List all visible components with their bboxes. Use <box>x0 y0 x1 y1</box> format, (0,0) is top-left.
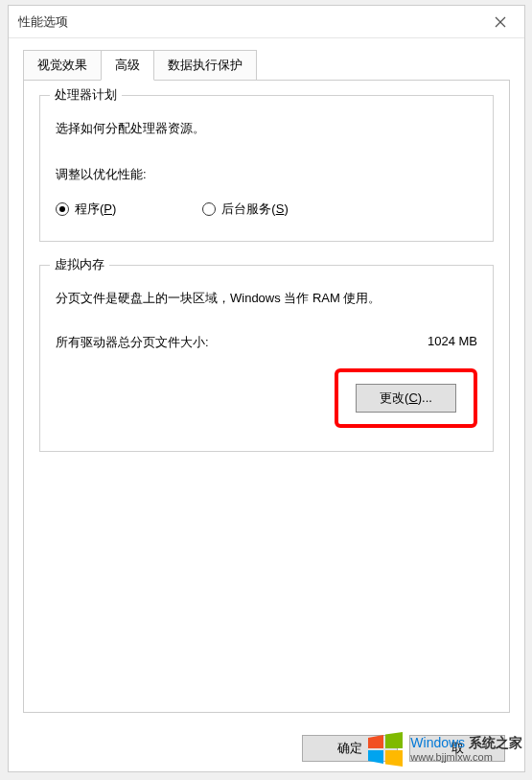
tab-bar: 视觉效果 高级 数据执行保护 <box>9 38 524 81</box>
windows-logo-icon <box>366 730 405 768</box>
performance-options-dialog: 性能选项 视觉效果 高级 数据执行保护 处理器计划 选择如何分配处理器资源。 调… <box>8 5 525 772</box>
processor-legend: 处理器计划 <box>50 86 122 104</box>
vm-total-label: 所有驱动器总分页文件大小: <box>56 334 209 351</box>
vm-total-value: 1024 MB <box>428 334 477 351</box>
tab-dep[interactable]: 数据执行保护 <box>153 50 257 81</box>
radio-background[interactable]: 后台服务(S) <box>202 201 288 218</box>
vm-total-row: 所有驱动器总分页文件大小: 1024 MB <box>56 334 477 351</box>
watermark-url: www.bjjmlxw.com <box>410 751 522 764</box>
svg-marker-3 <box>385 732 403 748</box>
tab-content-advanced: 处理器计划 选择如何分配处理器资源。 调整以优化性能: 程序(P) 后台服务(S… <box>23 80 510 713</box>
processor-desc: 选择如何分配处理器资源。 <box>56 120 477 137</box>
tab-label: 视觉效果 <box>37 58 87 72</box>
radio-icon <box>202 202 216 216</box>
svg-marker-4 <box>368 750 383 764</box>
vm-legend: 虚拟内存 <box>50 256 109 273</box>
watermark: Windows 系统之家 www.bjjmlxw.com <box>366 730 522 768</box>
radio-icon <box>56 202 69 216</box>
tab-label: 数据执行保护 <box>168 58 243 72</box>
radio-programs[interactable]: 程序(P) <box>56 201 116 218</box>
watermark-text: Windows 系统之家 www.bjjmlxw.com <box>410 735 522 764</box>
svg-marker-2 <box>368 735 383 748</box>
tab-label: 高级 <box>115 58 140 72</box>
svg-marker-5 <box>385 750 403 767</box>
watermark-brand: Windows 系统之家 <box>410 735 522 751</box>
vm-desc: 分页文件是硬盘上的一块区域，Windows 当作 RAM 使用。 <box>56 290 477 307</box>
radio-background-label: 后台服务(S) <box>221 201 288 218</box>
processor-scheduling-group: 处理器计划 选择如何分配处理器资源。 调整以优化性能: 程序(P) 后台服务(S… <box>39 95 494 242</box>
virtual-memory-group: 虚拟内存 分页文件是硬盘上的一块区域，Windows 当作 RAM 使用。 所有… <box>39 265 494 452</box>
radio-row: 程序(P) 后台服务(S) <box>56 201 477 218</box>
tab-advanced[interactable]: 高级 <box>101 50 154 81</box>
highlight-box: 更改(C)... <box>335 368 477 428</box>
tab-visual-effects[interactable]: 视觉效果 <box>23 50 102 81</box>
radio-programs-label: 程序(P) <box>75 201 116 218</box>
change-button-wrap: 更改(C)... <box>56 368 477 428</box>
close-icon[interactable] <box>486 8 515 36</box>
change-button[interactable]: 更改(C)... <box>356 384 456 413</box>
dialog-title: 性能选项 <box>18 13 68 31</box>
titlebar: 性能选项 <box>9 6 524 38</box>
adjust-label: 调整以优化性能: <box>56 166 477 183</box>
